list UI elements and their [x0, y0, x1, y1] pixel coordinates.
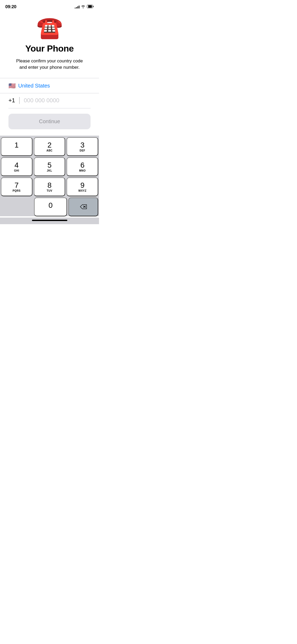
phone-icon: ☎️ [8, 17, 91, 38]
phone-input-row: +1 [8, 93, 91, 108]
key-2-num: 2 [48, 141, 52, 149]
form-area: 🇺🇸 United States +1 Continue [0, 78, 99, 129]
backspace-button[interactable] [68, 197, 98, 216]
country-code: +1 [8, 97, 20, 104]
key-7-num: 7 [15, 182, 19, 189]
key-8-letters: TUV [47, 189, 53, 192]
keyboard-row-3: 7 PQRS 8 TUV 9 WXYZ [1, 177, 98, 196]
status-icons [75, 4, 94, 9]
key-1[interactable]: 1 [1, 137, 32, 156]
keyboard-row-2: 4 GHI 5 JKL 6 MNO [1, 157, 98, 176]
key-2[interactable]: 2 ABC [34, 137, 65, 156]
battery-icon [87, 4, 94, 9]
key-8[interactable]: 8 TUV [34, 177, 65, 196]
key-6-num: 6 [80, 162, 84, 169]
key-5[interactable]: 5 JKL [34, 157, 65, 176]
key-8-num: 8 [48, 182, 52, 189]
key-3[interactable]: 3 DEF [67, 137, 98, 156]
key-9-letters: WXYZ [78, 189, 87, 192]
key-7-letters: PQRS [13, 189, 21, 192]
key-4-letters: GHI [14, 169, 19, 172]
signal-icon [75, 5, 79, 8]
key-4[interactable]: 4 GHI [1, 157, 32, 176]
country-flag: 🇺🇸 [8, 82, 16, 89]
key-6-letters: MNO [79, 169, 86, 172]
key-6[interactable]: 6 MNO [67, 157, 98, 176]
key-4-num: 4 [15, 162, 19, 169]
wifi-icon [81, 4, 85, 9]
key-1-letters [16, 149, 17, 152]
numeric-keyboard: 1 2 ABC 3 DEF 4 GHI 5 JKL 6 MNO 7 PQRS [0, 136, 99, 216]
page-title: Your Phone [8, 43, 91, 54]
keyboard-row-bottom: 0 [1, 197, 98, 216]
svg-rect-1 [93, 6, 94, 7]
key-0-letters [50, 209, 51, 213]
status-bar: 09:20 [0, 0, 99, 12]
country-name: United States [18, 83, 50, 89]
svg-rect-3 [87, 5, 88, 8]
key-5-num: 5 [48, 162, 52, 169]
home-bar [32, 220, 67, 221]
key-3-num: 3 [80, 141, 84, 149]
keyboard-row-1: 1 2 ABC 3 DEF [1, 137, 98, 156]
phone-input[interactable] [24, 97, 96, 104]
key-0[interactable]: 0 [34, 197, 67, 216]
status-time: 09:20 [5, 4, 16, 10]
home-indicator [0, 218, 99, 224]
page-subtitle: Please confirm your country codeand ente… [8, 58, 91, 71]
key-3-letters: DEF [79, 149, 85, 152]
backspace-icon [80, 204, 87, 209]
continue-button[interactable]: Continue [8, 114, 91, 129]
key-7[interactable]: 7 PQRS [1, 177, 32, 196]
key-0-num: 0 [49, 202, 53, 209]
key-5-letters: JKL [47, 169, 52, 172]
country-selector[interactable]: 🇺🇸 United States [8, 78, 91, 93]
main-content: ☎️ Your Phone Please confirm your countr… [0, 12, 99, 71]
key-9[interactable]: 9 WXYZ [67, 177, 98, 196]
key-2-letters: ABC [46, 149, 53, 152]
key-1-num: 1 [15, 141, 19, 149]
key-empty [1, 197, 33, 216]
key-9-num: 9 [80, 182, 84, 189]
